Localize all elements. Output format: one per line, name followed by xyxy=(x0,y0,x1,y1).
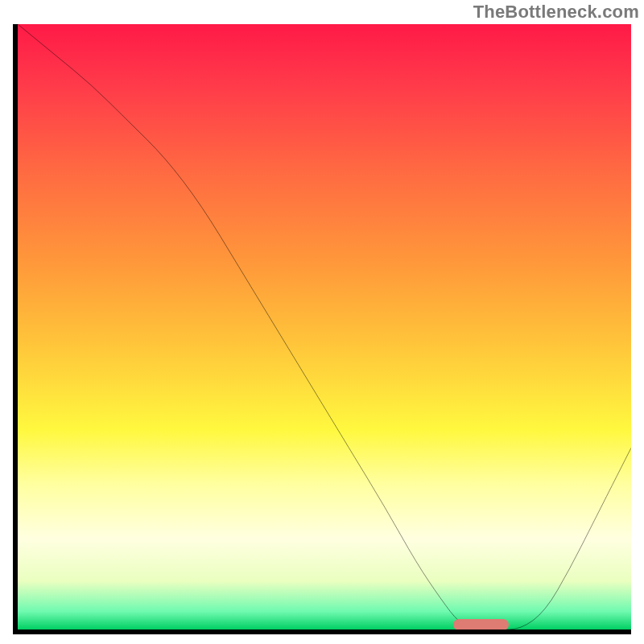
plot-area xyxy=(13,24,631,634)
bottleneck-curve xyxy=(18,24,631,630)
optimal-range-marker xyxy=(453,619,509,630)
watermark-text: TheBottleneck.com xyxy=(473,2,639,23)
bottleneck-chart: TheBottleneck.com xyxy=(0,0,644,644)
